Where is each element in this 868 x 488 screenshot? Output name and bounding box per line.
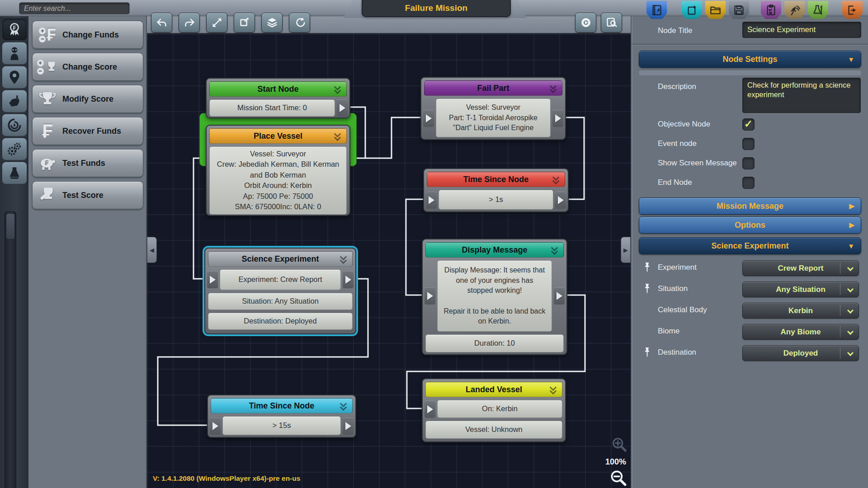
sidebar-item-parts-gears[interactable]	[2, 138, 27, 160]
output-connector-icon[interactable]	[552, 110, 563, 127]
save-mission-button[interactable]	[729, 1, 749, 19]
collapse-chevron-icon[interactable]	[339, 401, 348, 411]
sidebar-item-science-rock[interactable]	[2, 90, 27, 113]
search-input[interactable]	[19, 2, 130, 14]
palette-item-test-score[interactable]: Test Score	[32, 181, 143, 209]
collapse-chevron-icon[interactable]	[549, 385, 558, 395]
input-connector-icon[interactable]	[423, 110, 434, 127]
new-mission-button[interactable]	[682, 1, 702, 19]
node-time-since-1s-row[interactable]: > 1s	[439, 190, 553, 210]
sidebar-scrollbar-handle[interactable]	[6, 213, 15, 239]
input-connector-icon[interactable]	[425, 401, 435, 418]
section-mission-message[interactable]: Mission Message ▶	[639, 197, 861, 215]
show-screen-message-checkbox[interactable]	[742, 157, 755, 169]
section-science-experiment[interactable]: Science Experiment ▼	[639, 237, 861, 254]
sidebar-item-funds-ribbon[interactable]: ₣	[2, 18, 27, 41]
node-science-experiment-row-situation[interactable]: Situation: Any Situation	[208, 293, 353, 310]
collapse-chevron-icon[interactable]	[339, 254, 348, 264]
mission-preview-button[interactable]	[601, 13, 622, 33]
collapse-left-panel-flap[interactable]: ◀	[147, 237, 157, 263]
output-connector-icon[interactable]	[343, 271, 354, 288]
zoom-out-button[interactable]	[609, 468, 628, 488]
node-display-message-row-message[interactable]: Display Message: It seems that one of yo…	[437, 260, 552, 332]
node-place-vessel-header[interactable]: Place Vessel	[209, 128, 347, 144]
collapse-right-panel-flap[interactable]: ▶	[621, 237, 631, 263]
node-science-experiment-row-destination[interactable]: Destination: Deployed	[208, 313, 353, 330]
celestial-body-dropdown[interactable]: Kerbin	[742, 303, 859, 319]
output-connector-icon[interactable]	[337, 99, 348, 117]
node-display-message[interactable]: Display Message Display Message: It seem…	[422, 239, 567, 355]
sidebar-item-kerbal-crew[interactable]	[2, 42, 27, 65]
node-start-row[interactable]: Mission Start Time: 0	[209, 99, 335, 117]
output-connector-icon[interactable]	[554, 287, 565, 305]
undo-button[interactable]	[151, 13, 172, 33]
node-time-since-1s[interactable]: Time Since Node > 1s	[423, 168, 569, 212]
node-place-vessel-row[interactable]: Vessel: Surveyor Crew: Jebediah Kerman, …	[209, 146, 347, 215]
sidebar-item-location-pin[interactable]	[2, 66, 27, 89]
node-time-since-15s-header[interactable]: Time Since Node	[211, 398, 353, 413]
launch-test-button[interactable]	[808, 1, 828, 19]
collapse-chevron-icon[interactable]	[333, 131, 342, 141]
output-connector-icon[interactable]	[555, 192, 566, 209]
event-node-checkbox[interactable]	[742, 138, 755, 150]
node-start[interactable]: Start Node Mission Start Time: 0	[206, 78, 350, 118]
mission-settings-button[interactable]	[575, 13, 596, 33]
palette-item-recover-funds[interactable]: ₣ Recover Funds	[32, 117, 143, 145]
output-connector-icon[interactable]	[343, 418, 354, 435]
node-place-vessel[interactable]: Place Vessel Vessel: Surveyor Crew: Jebe…	[206, 125, 350, 216]
pushpin-icon[interactable]	[643, 262, 651, 273]
node-display-message-header[interactable]: Display Message	[425, 242, 564, 258]
zoom-in-button[interactable]	[610, 436, 628, 455]
tracking-dish-button[interactable]	[784, 1, 805, 19]
collapse-chevron-icon[interactable]	[333, 84, 342, 94]
collapse-chevron-icon[interactable]	[549, 84, 558, 94]
node-start-header[interactable]: Start Node	[209, 81, 347, 97]
pushpin-icon[interactable]	[643, 347, 651, 358]
end-node-checkbox[interactable]	[742, 177, 755, 189]
node-fail-part[interactable]: Fail Part Vessel: Surveyor Part: T-1 Tor…	[420, 77, 566, 140]
node-display-message-row-duration[interactable]: Duration: 10	[425, 334, 564, 352]
section-options[interactable]: Options ▶	[639, 216, 861, 234]
input-connector-icon[interactable]	[425, 287, 435, 305]
collapse-chevron-icon[interactable]	[552, 175, 561, 185]
sidebar-item-resources-flask[interactable]	[2, 162, 27, 184]
node-science-experiment-row-experiment[interactable]: Experiment: Crew Report	[220, 269, 341, 290]
node-time-since-1s-header[interactable]: Time Since Node	[427, 172, 565, 187]
situation-dropdown[interactable]: Any Situation	[742, 282, 859, 297]
missions-book-button[interactable]	[646, 1, 667, 19]
section-node-settings[interactable]: Node Settings ▼	[639, 51, 861, 68]
node-time-since-15s-row[interactable]: > 15s	[222, 416, 341, 435]
node-landed-vessel-header[interactable]: Landed Vessel	[425, 382, 562, 397]
palette-item-change-score[interactable]: +− Change Score	[32, 53, 143, 81]
open-mission-button[interactable]	[705, 1, 726, 19]
node-landed-vessel-row-on[interactable]: On: Kerbin	[437, 400, 562, 418]
palette-item-modify-score[interactable]: Modify Score	[32, 85, 143, 113]
palette-item-change-funds[interactable]: +− ₣ Change Funds	[32, 21, 143, 49]
sidebar-item-orbit-swirl[interactable]	[2, 114, 27, 136]
node-time-since-15s[interactable]: Time Since Node > 15s	[207, 394, 356, 438]
description-input[interactable]: Check for performing a science experimen…	[742, 78, 861, 113]
exit-builder-button[interactable]	[842, 1, 863, 19]
redo-button[interactable]	[179, 13, 200, 33]
node-science-experiment-header[interactable]: Science Experiment	[208, 251, 353, 267]
input-connector-icon[interactable]	[210, 418, 221, 435]
collapse-chevron-icon[interactable]	[550, 245, 559, 255]
sidebar-scrollbar-track[interactable]	[5, 211, 16, 488]
expand-view-button[interactable]	[206, 13, 227, 33]
mission-checklist-button[interactable]	[761, 1, 781, 19]
node-science-experiment[interactable]: Science Experiment Experiment: Crew Repo…	[204, 248, 356, 334]
node-landed-vessel[interactable]: Landed Vessel On: Kerbin Vessel: Unknown	[422, 378, 566, 442]
node-landed-vessel-row-vessel[interactable]: Vessel: Unknown	[425, 421, 562, 439]
fit-view-button[interactable]	[234, 13, 255, 33]
palette-item-test-funds[interactable]: ₣ Test Funds	[32, 149, 143, 177]
input-connector-icon[interactable]	[207, 271, 218, 288]
destination-dropdown[interactable]: Deployed	[742, 345, 859, 361]
node-fail-part-header[interactable]: Fail Part	[424, 80, 562, 96]
node-title-input[interactable]	[742, 22, 861, 38]
input-connector-icon[interactable]	[426, 192, 437, 209]
reset-view-button[interactable]	[289, 13, 310, 33]
pushpin-icon[interactable]	[643, 283, 651, 294]
layers-button[interactable]	[261, 13, 283, 33]
node-fail-part-row[interactable]: Vessel: Surveyor Part: T-1 Toroidal Aero…	[436, 99, 551, 137]
biome-dropdown[interactable]: Any Biome	[742, 324, 859, 340]
